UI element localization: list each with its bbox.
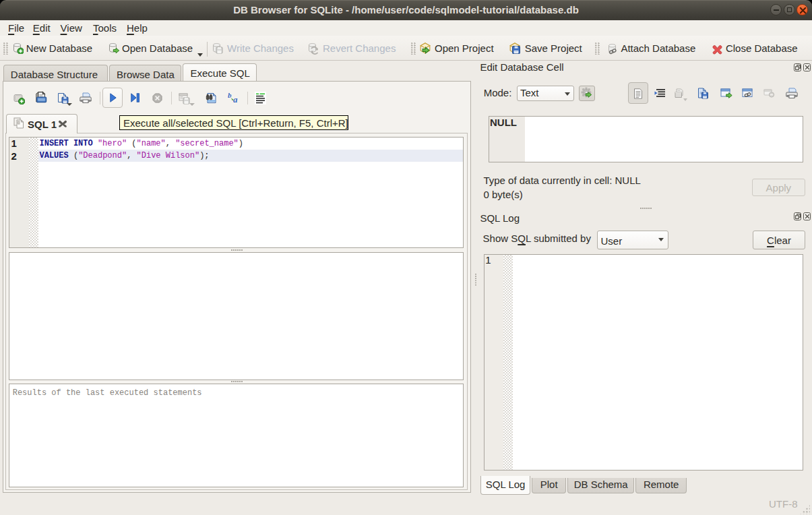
svg-text:b: b [228, 92, 232, 99]
svg-text:a: a [233, 94, 238, 104]
